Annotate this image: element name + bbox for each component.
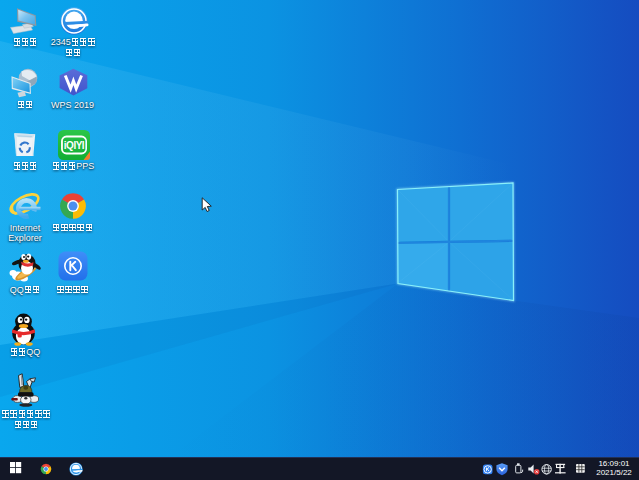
svg-text:iQIYI: iQIYI — [64, 140, 85, 151]
